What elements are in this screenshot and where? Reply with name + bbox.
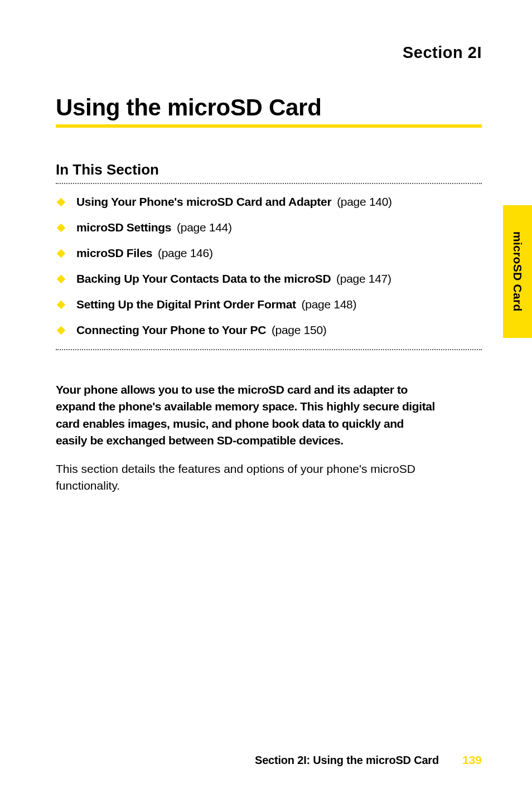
- toc-label: Connecting Your Phone to Your PC: [76, 323, 266, 336]
- diamond-bullet-icon: [57, 326, 66, 335]
- footer-section-label: Section 2I: Using the microSD Card: [255, 754, 439, 767]
- toc-item: microSD Settings (page 144): [56, 221, 482, 234]
- toc-item: Setting Up the Digital Print Order Forma…: [56, 298, 482, 311]
- diamond-bullet-icon: [57, 300, 66, 309]
- diamond-bullet-icon: [57, 274, 66, 283]
- divider-top: [56, 183, 482, 184]
- section-label: Section 2I: [56, 43, 482, 62]
- diamond-bullet-icon: [57, 223, 66, 232]
- title-underline: [56, 124, 482, 128]
- page-footer: Section 2I: Using the microSD Card 139: [56, 753, 482, 767]
- toc-label: microSD Settings: [76, 221, 171, 234]
- toc-page-ref: (page 146): [158, 246, 213, 259]
- diamond-bullet-icon: [57, 249, 66, 258]
- intro-paragraph: Your phone allows you to use the microSD…: [56, 381, 435, 449]
- toc-page-ref: (page 147): [336, 272, 391, 285]
- diamond-bullet-icon: [57, 197, 66, 206]
- page-title: Using the microSD Card: [56, 94, 482, 121]
- footer-page-number: 139: [462, 753, 482, 767]
- in-this-section-heading: In This Section: [56, 161, 482, 178]
- side-tab-label: microSD Card: [511, 231, 524, 312]
- toc-list: Using Your Phone's microSD Card and Adap…: [56, 195, 482, 337]
- toc-page-ref: (page 148): [302, 298, 357, 311]
- toc-label: microSD Files: [76, 246, 152, 259]
- toc-label: Using Your Phone's microSD Card and Adap…: [76, 195, 331, 208]
- body-paragraph: This section details the features and op…: [56, 461, 435, 495]
- side-tab: microSD Card: [503, 205, 532, 338]
- toc-item: Connecting Your Phone to Your PC (page 1…: [56, 323, 482, 337]
- toc-item: microSD Files (page 146): [56, 246, 482, 260]
- toc-item: Using Your Phone's microSD Card and Adap…: [56, 195, 482, 209]
- toc-item: Backing Up Your Contacts Data to the mic…: [56, 272, 482, 286]
- toc-page-ref: (page 140): [337, 195, 392, 208]
- toc-label: Setting Up the Digital Print Order Forma…: [76, 298, 296, 311]
- toc-label: Backing Up Your Contacts Data to the mic…: [76, 272, 331, 285]
- divider-bottom: [56, 349, 482, 350]
- toc-page-ref: (page 144): [177, 221, 232, 234]
- toc-page-ref: (page 150): [272, 323, 327, 336]
